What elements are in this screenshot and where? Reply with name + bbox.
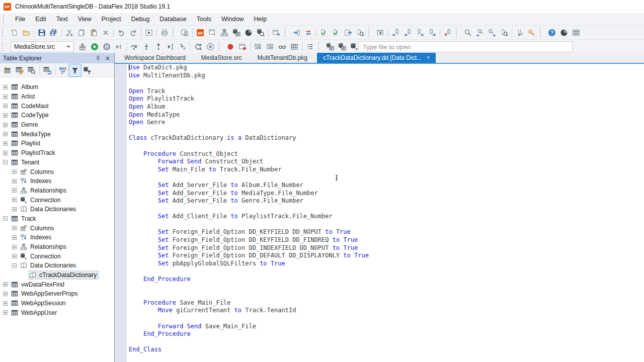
data-explorer-button[interactable] (255, 27, 267, 39)
cut-button[interactable] (63, 27, 75, 39)
menu-item-database[interactable]: Database (154, 13, 192, 25)
menu-item-text[interactable]: Text (51, 13, 73, 25)
tree-item-ctrackdatadictionary[interactable]: cTrackDataDictionary (0, 270, 114, 280)
save-all-button[interactable] (48, 27, 60, 39)
tree-item-data-dictionaries[interactable]: −Data Dictionaries (0, 261, 114, 270)
report-writer-button[interactable] (206, 27, 218, 39)
plus-expander-icon[interactable]: + (3, 85, 8, 89)
tree-item-tenant[interactable]: −Tenant (0, 158, 114, 167)
plus-expander-icon[interactable]: + (3, 113, 8, 118)
validate-button[interactable] (318, 27, 330, 39)
clear-bookmarks-button[interactable] (442, 27, 454, 39)
open-file-input[interactable] (358, 41, 573, 52)
menu-item-debug[interactable]: Debug (126, 13, 154, 25)
undo-button[interactable] (115, 27, 127, 39)
tree-item-relationships[interactable]: +Relationships (0, 242, 114, 252)
tree-item-artist[interactable]: +Artist (0, 92, 114, 102)
tab-multitenantdb-pkg[interactable]: MultiTenantDb.pkg (252, 53, 313, 63)
delete-button[interactable] (100, 27, 112, 39)
find-previous-button[interactable] (474, 27, 486, 39)
autos-window-button[interactable] (288, 41, 300, 53)
locals-window-button[interactable] (264, 41, 276, 53)
pin-icon[interactable] (94, 54, 102, 62)
tree-item-relationships[interactable]: +Relationships (0, 186, 114, 196)
record-macro-button[interactable] (143, 27, 155, 39)
breakpoints-window-button[interactable] (236, 41, 249, 53)
minus-expander-icon[interactable]: − (3, 216, 8, 221)
configure-workspace-button[interactable] (526, 27, 538, 39)
plus-expander-icon[interactable]: + (3, 95, 8, 99)
pause-button[interactable] (101, 41, 113, 53)
watches-window-button[interactable] (252, 41, 264, 53)
tree-item-webappserverprops[interactable]: +WebAppServerProps (0, 289, 114, 299)
set-next-statement-button[interactable] (177, 41, 189, 53)
tree-item-webappuser[interactable]: +WebAppUser (0, 308, 114, 318)
find-next-button[interactable] (486, 27, 498, 39)
class-browser-button[interactable] (218, 27, 230, 39)
compile-button[interactable] (76, 41, 89, 53)
menu-item-window[interactable]: Window (216, 13, 249, 25)
plus-expander-icon[interactable]: + (3, 310, 8, 315)
paste-button[interactable] (88, 27, 100, 39)
plus-expander-icon[interactable]: + (3, 132, 8, 136)
project-selector[interactable]: MediaStore.src (11, 41, 74, 52)
previous-bookmark-doc-button[interactable] (390, 27, 402, 39)
plus-expander-icon[interactable]: + (12, 179, 17, 184)
menu-item-help[interactable]: Help (249, 13, 272, 25)
copy-special-button[interactable] (179, 27, 191, 39)
tree-item-codemast[interactable]: +CodeMast (0, 101, 114, 111)
close-icon[interactable]: × (427, 55, 430, 60)
tree-item-connection[interactable]: +Connection (0, 251, 114, 261)
close-icon[interactable] (104, 54, 111, 62)
edit-table-button[interactable] (14, 64, 26, 76)
tab-workspace-dashboard[interactable]: Workspace Dashboard (118, 53, 192, 63)
tree-item-playlist[interactable]: +Playlist (0, 139, 114, 148)
tree-item-columns[interactable]: +Columns (0, 167, 114, 176)
next-bookmark-button[interactable] (414, 27, 426, 39)
tree-item-mediatype[interactable]: +MediaType (0, 129, 114, 139)
tree-item-album[interactable]: +Album (0, 82, 114, 92)
new-window-button[interactable] (270, 27, 282, 39)
plus-expander-icon[interactable]: + (12, 188, 17, 193)
plus-expander-icon[interactable]: + (12, 254, 17, 258)
plus-expander-icon[interactable]: + (12, 169, 17, 174)
stop-debugging-button[interactable] (204, 41, 216, 53)
plus-expander-icon[interactable]: + (3, 141, 8, 146)
tree-item-playlisttrack[interactable]: +PlaylistTrack (0, 148, 114, 158)
tree-item-codetype[interactable]: +CodeType (0, 111, 114, 120)
tree-item-webappsession[interactable]: +WebAppSession (0, 299, 114, 308)
menu-item-edit[interactable]: Edit (30, 13, 51, 25)
dataflex-dashboard-button[interactable] (194, 27, 206, 39)
filter-tables-button[interactable] (69, 64, 81, 76)
properties-grid-button[interactable] (570, 27, 582, 39)
plus-expander-icon[interactable]: + (3, 301, 8, 306)
menu-item-project[interactable]: Project (97, 13, 126, 25)
find-table-button[interactable] (26, 64, 38, 76)
tree-item-genre[interactable]: +Genre (0, 120, 114, 130)
step-into-button[interactable] (140, 41, 152, 53)
plus-expander-icon[interactable]: + (3, 104, 8, 108)
step-over-button[interactable] (128, 41, 140, 53)
sync-button[interactable] (302, 27, 314, 39)
run-button[interactable] (89, 41, 101, 53)
studio-tools-button[interactable] (243, 27, 255, 39)
plus-expander-icon[interactable]: + (3, 123, 8, 127)
plus-expander-icon[interactable]: + (3, 292, 8, 296)
run-step-button[interactable] (113, 41, 125, 53)
open-button[interactable] (20, 27, 32, 39)
tree-item-indexes[interactable]: +Indexes (0, 233, 114, 242)
save-button[interactable] (36, 27, 48, 39)
plus-expander-icon[interactable]: + (12, 226, 17, 230)
new-table-button[interactable] (2, 64, 14, 76)
tree-item-connection[interactable]: +Connection (0, 195, 114, 205)
minus-expander-icon[interactable]: − (3, 160, 8, 164)
copy-button[interactable] (75, 27, 88, 39)
print-button[interactable] (158, 27, 171, 39)
code-outline-button[interactable] (304, 41, 316, 53)
database-builder-button[interactable] (230, 27, 243, 39)
plus-expander-icon[interactable]: + (12, 245, 17, 249)
redo-button[interactable] (127, 27, 139, 39)
toggle-breakpoint-button[interactable] (224, 41, 236, 53)
menu-item-file[interactable]: File (10, 13, 30, 25)
menu-item-tools[interactable]: Tools (192, 13, 216, 25)
